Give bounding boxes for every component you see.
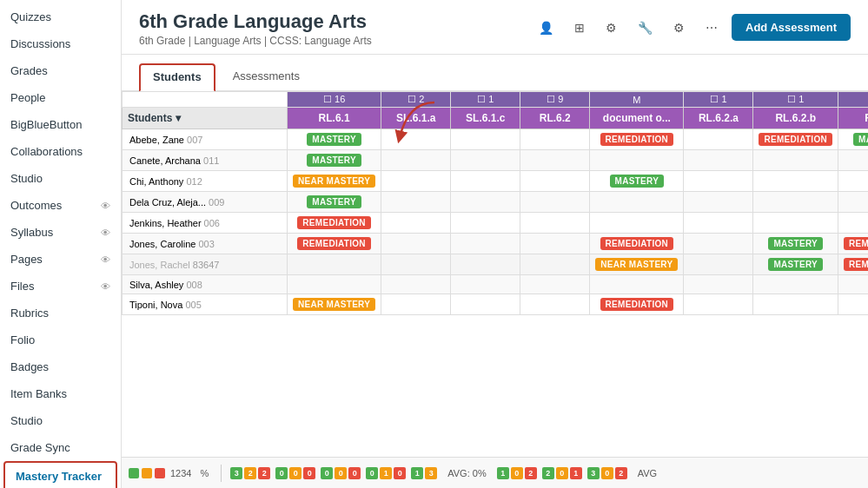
rl62-col-header[interactable]: RL.6.2 <box>520 108 590 129</box>
stat-sq-yellow8: 0 <box>601 467 613 479</box>
tab-students[interactable]: Students <box>139 63 215 92</box>
cell-3 <box>520 150 590 171</box>
sl61a-col-header[interactable]: SL.6.1.a <box>381 108 451 129</box>
student-name-text: Abebe, Zane <box>129 135 184 145</box>
student-name-text: Tiponi, Nova <box>129 300 182 310</box>
table-row[interactable]: Abebe, Zane 007 MASTERYREMEDIATIONREMEDI… <box>123 129 869 150</box>
rl62a-col-header[interactable]: RL.6.2.a <box>684 108 753 129</box>
more-options-button[interactable]: ⋯ <box>699 16 725 40</box>
cell-2 <box>451 294 520 315</box>
student-id-text: 008 <box>186 280 202 290</box>
cell-0: MASTERY <box>288 192 381 213</box>
cell-4: NEAR MASTERY <box>590 254 684 275</box>
count-rl61: ☐ 16 <box>288 92 381 108</box>
stat-group-sl61a: 0 0 0 <box>275 467 315 479</box>
stat-sq-red4: 0 <box>394 467 406 479</box>
sl61c-col-header[interactable]: SL.6.1.c <box>451 108 520 129</box>
rl62b-col-header[interactable]: RL.6.2.b <box>753 108 838 129</box>
rl63-col-header[interactable]: RL.6.3 <box>838 108 868 129</box>
table-row[interactable]: Silva, Ashley 008 <box>123 275 869 294</box>
table-row[interactable]: Jones, Caroline 003 REMEDIATIONREMEDIATI… <box>123 234 869 254</box>
wrench-icon-button[interactable]: 🔧 <box>631 16 659 40</box>
sidebar-item-syllabus[interactable]: Syllabus 👁 <box>0 219 121 246</box>
column-header-row: Students ▾ RL.6.1 SL.6.1.a SL.6.1.c RL.6… <box>123 108 869 129</box>
cell-1 <box>381 294 451 315</box>
legend-red <box>155 468 165 478</box>
breadcrumb: 6th Grade | Language Arts | CCSS: Langua… <box>139 35 372 47</box>
cell-7 <box>838 171 868 192</box>
cell-2 <box>451 275 520 294</box>
count-doc: M <box>590 92 684 108</box>
layout-icon: ⊞ <box>574 21 585 35</box>
student-name-cell: Jones, Caroline 003 <box>123 234 288 254</box>
header-actions: 👤 ⊞ ⚙ 🔧 ⚙ ⋯ Add Assessment <box>532 14 851 41</box>
user-icon-button[interactable]: 👤 <box>532 16 560 40</box>
sidebar-item-grades[interactable]: Grades <box>0 57 121 84</box>
cell-2 <box>451 129 520 150</box>
sidebar-item-folio[interactable]: Folio <box>0 326 121 353</box>
tab-assessments[interactable]: Assessments <box>219 63 314 89</box>
cell-3 <box>520 275 590 294</box>
sidebar-item-discussions[interactable]: Discussions <box>0 30 121 57</box>
cell-0 <box>288 254 381 275</box>
settings-icon: ⚙ <box>673 21 685 35</box>
stat-sq-yellow6: 0 <box>511 467 523 479</box>
sidebar-item-bigbluebutton[interactable]: BigBlueButton <box>0 111 121 138</box>
stat-group-rl63: 3 0 2 <box>587 467 627 479</box>
sidebar-item-badges[interactable]: Badges <box>0 353 121 380</box>
dropdown-icon: ▾ <box>176 112 181 124</box>
cell-0 <box>288 275 381 294</box>
cell-0: NEAR MASTERY <box>288 294 381 315</box>
page-header: 6th Grade Language Arts 6th Grade | Lang… <box>122 0 868 55</box>
table-row[interactable]: Chi, Anthony 012 NEAR MASTERYMASTERYREME… <box>123 171 869 192</box>
gear-icon: ⚙ <box>606 21 617 35</box>
add-assessment-button[interactable]: Add Assessment <box>732 14 851 41</box>
sidebar-item-studio1[interactable]: Studio <box>0 165 121 192</box>
table-row[interactable]: Jenkins, Heather 006 REMEDIATIONMASTERY <box>123 213 869 234</box>
sidebar-item-rubrics[interactable]: Rubrics <box>0 300 121 326</box>
student-name-cell: Jones, Rachel 83647 <box>123 254 288 275</box>
cell-3 <box>520 171 590 192</box>
sidebar-item-grade-sync[interactable]: Grade Sync <box>0 434 121 461</box>
avg-label: AVG: 0% <box>447 468 486 478</box>
rl61-col-header[interactable]: RL.6.1 <box>288 108 381 129</box>
sidebar-item-item-banks[interactable]: Item Banks <box>0 380 121 407</box>
sidebar-item-outcomes[interactable]: Outcomes 👁 <box>0 192 121 219</box>
sidebar-item-studio2[interactable]: Studio <box>0 407 121 434</box>
table-row[interactable]: Tiponi, Nova 005 NEAR MASTERYREMEDIATION… <box>123 294 869 315</box>
doc-col-header[interactable]: document o... <box>590 108 684 129</box>
student-id-text: 83647 <box>193 260 220 270</box>
student-id-text: 011 <box>203 155 219 166</box>
mastery-table-area[interactable]: ☐ 16 ☐ 2 ☐ 1 ☐ 9 M ☐ 1 ☐ 1 ☐ 8 M Student… <box>122 91 868 457</box>
table-row[interactable]: Dela Cruz, Aleja... 009 MASTERY <box>123 192 869 213</box>
sidebar-item-pages[interactable]: Pages 👁 <box>0 246 121 273</box>
stat-sq-green7: 2 <box>542 467 554 479</box>
table-row[interactable]: Jones, Rachel 83647 NEAR MASTERYMASTERYR… <box>123 254 869 275</box>
stat-sq-green4: 0 <box>366 467 378 479</box>
syllabus-eye-icon: 👁 <box>101 228 110 238</box>
table-row[interactable]: Canete, Archana 011 MASTERY <box>123 150 869 171</box>
sidebar-item-files[interactable]: Files 👁 <box>0 273 121 300</box>
student-id-text: 012 <box>186 176 202 187</box>
student-name-text: Jones, Caroline <box>129 239 195 249</box>
gear-icon-button[interactable]: ⚙ <box>599 16 624 40</box>
cell-3 <box>520 234 590 254</box>
student-name-cell: Silva, Ashley 008 <box>123 275 288 294</box>
sidebar-item-people[interactable]: People <box>0 84 121 111</box>
sidebar-item-mastery-tracker[interactable]: Mastery Tracker <box>3 461 117 488</box>
student-name-text: Dela Cruz, Aleja... <box>129 197 206 208</box>
layout-icon-button[interactable]: ⊞ <box>567 16 592 40</box>
cell-3 <box>520 192 590 213</box>
stat-sq-green5: 1 <box>411 467 423 479</box>
cell-5 <box>684 275 753 294</box>
cell-2 <box>451 150 520 171</box>
sidebar-item-collaborations[interactable]: Collaborations <box>0 138 121 165</box>
student-name-cell: Jenkins, Heather 006 <box>123 213 288 234</box>
stat-sq-yellow5: 3 <box>425 467 437 479</box>
legend-pct: % <box>200 468 209 478</box>
student-name-text: Chi, Anthony <box>129 176 183 187</box>
stat-sq-green3: 0 <box>321 467 333 479</box>
settings-icon-button[interactable]: ⚙ <box>666 16 692 40</box>
sidebar-item-quizzes[interactable]: Quizzes <box>0 3 121 30</box>
cell-6 <box>753 213 838 234</box>
